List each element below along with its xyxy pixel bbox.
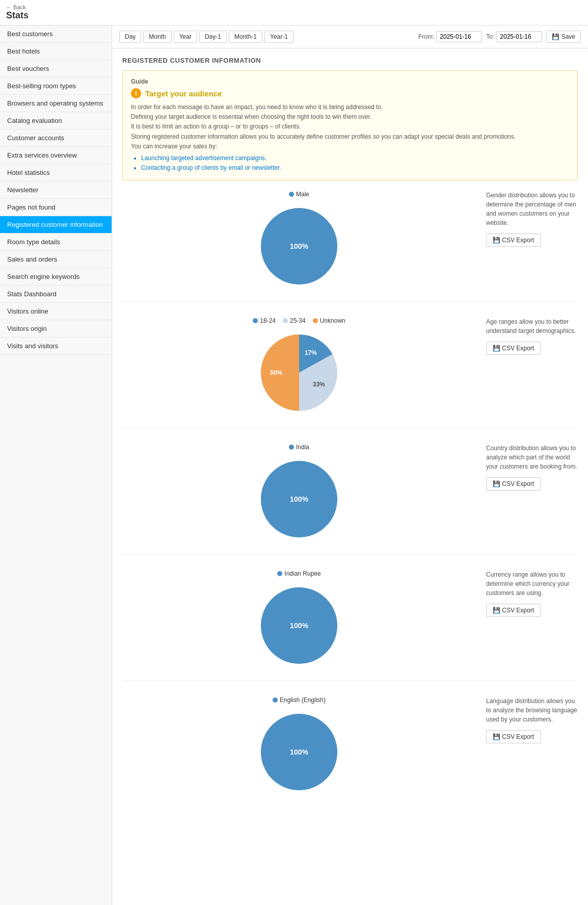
content-area: REGISTERED CUSTOMER INFORMATION Guide ! … [112, 48, 588, 831]
sidebar-item-extra-services-overview[interactable]: Extra services overview [0, 147, 112, 164]
sidebar-item-best-selling-room-types[interactable]: Best-selling room types [0, 77, 112, 95]
from-label: From: [418, 33, 434, 40]
sidebar-item-visitors-origin[interactable]: Visitors origin [0, 320, 112, 338]
sidebar-item-pages-not-found[interactable]: Pages not found [0, 199, 112, 216]
tab-month[interactable]: Month [143, 31, 171, 43]
chart-legend-currency: Indian Rupee [277, 570, 320, 577]
pie-chart-currency: 100% [256, 582, 342, 670]
section-title: REGISTERED CUSTOMER INFORMATION [122, 57, 578, 64]
sidebar-item-sales-and-orders[interactable]: Sales and orders [0, 251, 112, 268]
csv-export-button-gender[interactable]: 💾 CSV Export [486, 234, 541, 247]
csv-export-button-country[interactable]: 💾 CSV Export [486, 477, 541, 490]
chart-description-age: Age ranges allow you to better understan… [476, 317, 578, 355]
legend-label: 18-24 [260, 317, 276, 324]
chart-section-age: 18-2425-34Unknown17%33%50%Age ranges all… [122, 317, 578, 428]
app-header: ← Back Stats [0, 0, 588, 25]
sidebar-item-registered-customer-information[interactable]: Registered customer information [0, 216, 112, 234]
chart-legend-language: English (English) [273, 696, 326, 704]
svg-text:100%: 100% [290, 495, 308, 503]
sidebar-item-visits-and-visitors[interactable]: Visits and visitors [0, 338, 112, 355]
guide-title: ! Target your audience [131, 88, 569, 98]
tab-day[interactable]: Day [119, 31, 141, 43]
sidebar: Best customersBest hotelsBest vouchersBe… [0, 25, 112, 905]
legend-dot [313, 318, 318, 323]
sidebar-item-room-type-details[interactable]: Room type details [0, 234, 112, 251]
pie-chart-gender: 100% [256, 203, 342, 291]
guide-label: Guide [131, 78, 569, 85]
legend-dot [253, 318, 258, 323]
csv-export-button-age[interactable]: 💾 CSV Export [486, 342, 541, 355]
legend-label: Indian Rupee [284, 570, 320, 577]
chart-area-country: India100% [122, 444, 476, 544]
legend-dot [289, 192, 294, 197]
legend-dot [289, 445, 294, 450]
legend-label: 25-34 [290, 317, 306, 324]
sidebar-item-best-customers[interactable]: Best customers [0, 25, 112, 43]
csv-export-button-language[interactable]: 💾 CSV Export [486, 730, 541, 743]
chart-description-country: Country distribution allows you to analy… [476, 444, 578, 490]
guide-box: Guide ! Target your audience In order fo… [122, 70, 578, 180]
chart-legend-country: India [289, 444, 309, 451]
from-date-input[interactable] [436, 31, 482, 42]
legend-item: Indian Rupee [277, 570, 320, 577]
legend-item: 18-24 [253, 317, 276, 324]
sidebar-item-best-vouchers[interactable]: Best vouchers [0, 60, 112, 77]
legend-item: Unknown [313, 317, 345, 324]
svg-text:100%: 100% [290, 748, 308, 756]
page-title: Stats [6, 10, 582, 21]
chart-description-gender: Gender distribution allows you to determ… [476, 191, 578, 247]
tab-day-1[interactable]: Day-1 [199, 31, 227, 43]
to-date-input[interactable] [496, 31, 542, 42]
pie-chart-age: 17%33%50% [256, 329, 342, 418]
legend-item: 25-34 [283, 317, 306, 324]
chart-legend-gender: Male [289, 191, 309, 198]
sidebar-item-newsletter[interactable]: Newsletter [0, 182, 112, 199]
legend-dot [283, 318, 288, 323]
to-label: To: [486, 33, 494, 40]
legend-item: Male [289, 191, 309, 198]
chart-section-gender: Male100%Gender distribution allows you t… [122, 191, 578, 302]
chart-description-currency: Currency range allows you to determine w… [476, 570, 578, 617]
svg-text:33%: 33% [313, 381, 325, 388]
toolbar: DayMonthYearDay-1Month-1Year-1From:To:💾 … [112, 25, 588, 48]
legend-label: India [296, 444, 309, 451]
legend-item: India [289, 444, 309, 451]
warning-icon: ! [131, 88, 141, 98]
chart-area-gender: Male100% [122, 191, 476, 291]
legend-label: Male [296, 191, 309, 198]
svg-text:50%: 50% [270, 369, 282, 376]
legend-label: English (English) [280, 696, 326, 704]
pie-chart-country: 100% [256, 456, 342, 544]
legend-dot [277, 571, 282, 576]
chart-section-language: English (English)100%Language distributi… [122, 696, 578, 807]
legend-dot [273, 697, 278, 703]
tab-year-1[interactable]: Year-1 [264, 31, 293, 43]
chart-description-language: Language distribution allows you to anal… [476, 696, 578, 743]
app-back: ← Back [6, 4, 582, 10]
main-content: DayMonthYearDay-1Month-1Year-1From:To:💾 … [112, 25, 588, 905]
chart-legend-age: 18-2425-34Unknown [253, 317, 345, 324]
sidebar-item-best-hotels[interactable]: Best hotels [0, 43, 112, 60]
sidebar-item-catalog-evaluation[interactable]: Catalog evaluation [0, 112, 112, 130]
sidebar-item-hotel-statistics[interactable]: Hotel statistics [0, 164, 112, 182]
legend-item: English (English) [273, 696, 326, 704]
chart-section-currency: Indian Rupee100%Currency range allows yo… [122, 570, 578, 681]
pie-chart-language: 100% [256, 709, 342, 797]
sidebar-item-search-engine-keywords[interactable]: Search engine keywords [0, 268, 112, 286]
charts-container: Male100%Gender distribution allows you t… [122, 191, 578, 807]
svg-text:100%: 100% [290, 242, 308, 250]
chart-area-language: English (English)100% [122, 696, 476, 797]
tab-month-1[interactable]: Month-1 [229, 31, 262, 43]
chart-area-currency: Indian Rupee100% [122, 570, 476, 670]
sidebar-item-stats-dashboard[interactable]: Stats Dashboard [0, 286, 112, 303]
guide-text: In order for each message to have an imp… [131, 102, 569, 173]
sidebar-item-visitors-online[interactable]: Visitors online [0, 303, 112, 320]
svg-text:100%: 100% [290, 622, 308, 630]
save-button[interactable]: 💾 Save [546, 31, 581, 43]
csv-export-button-currency[interactable]: 💾 CSV Export [486, 604, 541, 617]
sidebar-item-browsers-and-operating-systems[interactable]: Browsers and operating systems [0, 95, 112, 112]
chart-section-country: India100%Country distribution allows you… [122, 444, 578, 555]
svg-text:17%: 17% [305, 350, 317, 357]
sidebar-item-customer-accounts[interactable]: Customer accounts [0, 130, 112, 147]
tab-year[interactable]: Year [174, 31, 197, 43]
